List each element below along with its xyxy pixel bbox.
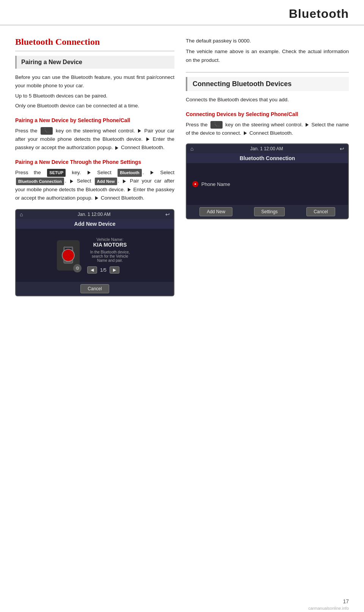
- bt-phone-name: Phone Name: [201, 181, 230, 187]
- screen-title-1: Add New Device: [16, 219, 174, 229]
- connecting-bt-body-text: Connects the Bluetooth devices that you …: [186, 96, 349, 104]
- left-column: Bluetooth Connection Pairing a New Devic…: [15, 37, 174, 302]
- main-content: Bluetooth Connection Pairing a New Devic…: [0, 25, 364, 314]
- arrow-icon-1: [138, 129, 141, 133]
- divider-1: [15, 51, 174, 51]
- connecting-bt-body: Connects the Bluetooth devices that you …: [186, 96, 349, 104]
- pairing-new-device-box: Pairing a New Device: [15, 56, 174, 69]
- cancel-btn-screen2[interactable]: Cancel: [306, 207, 335, 216]
- pairing-phone-settings-body: Press the SETUP key. Select Bluetooth. S…: [15, 168, 174, 202]
- pagination-bar: ◀ 1/5 ▶: [87, 266, 133, 274]
- add-new-btn-screen2[interactable]: Add New: [199, 207, 232, 216]
- pairing-phone-settings-heading: Pairing a New Device Through the Phone S…: [15, 159, 174, 166]
- screen-body-2: ● Phone Name: [187, 163, 348, 205]
- svg-rect-2: [66, 260, 70, 262]
- pairing-new-device-title: Pairing a New Device: [21, 59, 170, 66]
- arrow-icon-4: [88, 171, 91, 175]
- pairing-intro-p2: Up to 5 Bluetooth devices can be paired.: [15, 92, 174, 100]
- vehicle-note: The vehicle name above is an example. Ch…: [186, 47, 349, 65]
- add-new-badge: Add New: [95, 178, 117, 185]
- cancel-btn-screen1[interactable]: Cancel: [80, 284, 109, 293]
- phone-icon-area: ⚙: [57, 240, 80, 271]
- next-page-btn[interactable]: ▶: [110, 266, 119, 274]
- page-header: Bluetooth: [0, 0, 364, 25]
- phone-key-icon-2: 📞: [210, 121, 223, 129]
- screen-footer-2: Add New Settings Cancel: [187, 205, 348, 219]
- screen-top-bar-1: ⌂ Jan. 1 12:00 AM ↩: [16, 210, 174, 219]
- pairing-intro-p1: Before you can use the Bluetooth feature…: [15, 73, 174, 90]
- watermark: carmanualsonline.info: [308, 606, 349, 610]
- arrow-icon-6: [70, 179, 73, 183]
- connecting-phone-call-body: Press the 📞 key on the steering wheel co…: [186, 121, 349, 138]
- screen-title-2: Bluetooth Connection: [187, 153, 348, 163]
- arrow-icon-5: [151, 171, 154, 175]
- gear-icon-badge: ⚙: [73, 264, 82, 272]
- passkey-note-text: The default passkey is 0000.: [186, 37, 349, 45]
- prev-page-btn[interactable]: ◀: [87, 266, 97, 274]
- home-icon-2: ⌂: [190, 146, 193, 152]
- vehicle-name-box: Vehicle Name: KIA MOTORS In the Bluetoot…: [87, 237, 133, 274]
- bt-connection-badge: Bluetooth Connection: [16, 178, 64, 185]
- bt-list-icon: ●: [192, 181, 198, 187]
- connecting-phone-call-heading: Connecting Devices by Selecting Phone/Ca…: [186, 111, 349, 118]
- screen-time-1: Jan. 1 12:00 AM: [78, 212, 111, 217]
- add-new-device-screen: ⌂ Jan. 1 12:00 AM ↩ Add New Device: [15, 209, 174, 296]
- vehicle-note-text: The vehicle name above is an example. Ch…: [186, 47, 349, 65]
- screen-hint: In the Bluetooth device, search for the …: [87, 250, 133, 263]
- passkey-note: The default passkey is 0000.: [186, 37, 349, 45]
- vehicle-name: KIA MOTORS: [87, 242, 133, 248]
- pairing-phone-call-heading: Pairing a New Device by Selecting Phone/…: [15, 117, 174, 124]
- connecting-bt-devices-box: Connecting Bluetooth Devices: [186, 77, 349, 91]
- svg-rect-1: [65, 248, 72, 259]
- right-column: The default passkey is 0000. The vehicle…: [186, 37, 349, 302]
- page-title: Bluetooth: [289, 7, 349, 21]
- page-number: 17: [343, 598, 349, 604]
- divider-2: [186, 72, 349, 72]
- arrow-icon-8: [128, 188, 131, 192]
- bt-list-item-1: ● Phone Name: [192, 179, 342, 189]
- arrow-icon-3: [115, 146, 118, 150]
- back-icon-1: ↩: [165, 211, 170, 217]
- vehicle-name-label: Vehicle Name:: [87, 237, 133, 242]
- arrow-icon-11: [244, 131, 247, 135]
- back-icon-2: ↩: [340, 146, 344, 152]
- main-section-title: Bluetooth Connection: [15, 37, 174, 47]
- home-icon-1: ⌂: [20, 211, 23, 217]
- arrow-icon-2: [146, 137, 149, 141]
- arrow-icon-7: [123, 179, 126, 183]
- pagination-text: 1/5: [100, 267, 107, 273]
- arrow-icon-10: [306, 123, 309, 127]
- screen-time-2: Jan. 1 12:00 AM: [250, 146, 283, 151]
- connecting-bt-title: Connecting Bluetooth Devices: [193, 80, 344, 88]
- bt-connection-screen: ⌂ Jan. 1 12:00 AM ↩ Bluetooth Connection…: [186, 143, 349, 219]
- pairing-intro-p3: Only one Bluetooth device can be connect…: [15, 102, 174, 110]
- arrow-icon-9: [95, 196, 98, 200]
- setup-badge: SETUP: [47, 169, 66, 176]
- phone-svg: [63, 247, 74, 264]
- phone-key-icon: 📞: [41, 127, 53, 135]
- screen-body-1: ⚙ Vehicle Name: KIA MOTORS In the Blueto…: [16, 229, 174, 282]
- settings-btn-screen2[interactable]: Settings: [254, 207, 285, 216]
- screen-top-bar-2: ⌂ Jan. 1 12:00 AM ↩: [187, 144, 348, 153]
- bluetooth-badge: Bluetooth: [118, 169, 141, 176]
- pairing-intro-text: Before you can use the Bluetooth feature…: [15, 73, 174, 110]
- pairing-phone-call-body: Press the 📞 key on the steering wheel co…: [15, 127, 174, 152]
- screen-footer-1: Cancel: [16, 282, 174, 296]
